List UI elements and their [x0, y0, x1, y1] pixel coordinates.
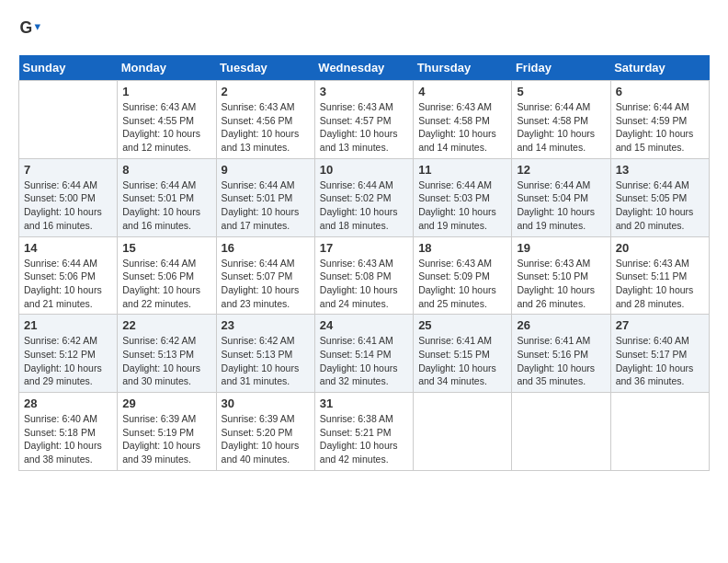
- day-number: 25: [418, 318, 506, 332]
- sunset-text: Sunset: 5:01 PM: [122, 191, 210, 205]
- sunrise-text: Sunrise: 6:44 AM: [222, 257, 310, 270]
- calendar-cell: 9Sunrise: 6:44 AMSunset: 5:01 PMDaylight…: [216, 158, 314, 236]
- day-number: 7: [24, 163, 112, 177]
- calendar-cell: 23Sunrise: 6:42 AMSunset: 5:13 PMDayligh…: [216, 315, 314, 393]
- day-info: Sunrise: 6:44 AMSunset: 5:06 PMDaylight:…: [122, 257, 210, 311]
- sunset-text: Sunset: 4:55 PM: [122, 114, 210, 128]
- calendar-cell: 18Sunrise: 6:43 AMSunset: 5:09 PMDayligh…: [414, 236, 512, 315]
- daylight-text: Daylight: 10 hours and 23 minutes.: [222, 283, 310, 310]
- day-number: 19: [517, 241, 605, 255]
- calendar-cell: 21Sunrise: 6:42 AMSunset: 5:12 PMDayligh…: [19, 315, 118, 393]
- day-number: 22: [122, 318, 210, 332]
- weekday-header-thursday: Thursday: [414, 55, 512, 81]
- day-number: 5: [517, 85, 605, 98]
- daylight-text: Daylight: 10 hours and 36 minutes.: [616, 362, 704, 388]
- daylight-text: Daylight: 10 hours and 13 minutes.: [320, 127, 408, 154]
- daylight-text: Daylight: 10 hours and 15 minutes.: [616, 127, 704, 154]
- daylight-text: Daylight: 10 hours and 19 minutes.: [517, 205, 605, 232]
- sunrise-text: Sunrise: 6:40 AM: [24, 412, 112, 426]
- calendar-table: SundayMondayTuesdayWednesdayThursdayFrid…: [18, 55, 710, 471]
- day-info: Sunrise: 6:43 AMSunset: 5:10 PMDaylight:…: [517, 257, 605, 311]
- day-info: Sunrise: 6:41 AMSunset: 5:14 PMDaylight:…: [320, 334, 408, 388]
- day-number: 18: [418, 241, 506, 255]
- calendar-cell: 27Sunrise: 6:40 AMSunset: 5:17 PMDayligh…: [610, 315, 709, 393]
- day-number: 28: [24, 396, 112, 410]
- daylight-text: Daylight: 10 hours and 12 minutes.: [122, 127, 210, 154]
- daylight-text: Daylight: 10 hours and 14 minutes.: [418, 127, 506, 154]
- day-info: Sunrise: 6:40 AMSunset: 5:18 PMDaylight:…: [24, 412, 112, 466]
- sunrise-text: Sunrise: 6:40 AM: [616, 334, 704, 348]
- day-info: Sunrise: 6:44 AMSunset: 4:59 PMDaylight:…: [616, 100, 704, 155]
- sunset-text: Sunset: 5:15 PM: [418, 348, 506, 362]
- daylight-text: Daylight: 10 hours and 29 minutes.: [24, 362, 112, 388]
- daylight-text: Daylight: 10 hours and 13 minutes.: [222, 127, 310, 154]
- day-info: Sunrise: 6:43 AMSunset: 4:55 PMDaylight:…: [122, 100, 210, 155]
- weekday-header-wednesday: Wednesday: [314, 55, 413, 81]
- daylight-text: Daylight: 10 hours and 21 minutes.: [24, 283, 112, 310]
- sunrise-text: Sunrise: 6:42 AM: [122, 334, 210, 348]
- calendar-cell: 5Sunrise: 6:44 AMSunset: 4:58 PMDaylight…: [512, 81, 610, 159]
- svg-text:G: G: [20, 18, 33, 37]
- calendar-cell: 30Sunrise: 6:39 AMSunset: 5:20 PMDayligh…: [216, 393, 314, 471]
- sunset-text: Sunset: 5:01 PM: [222, 191, 310, 205]
- daylight-text: Daylight: 10 hours and 19 minutes.: [418, 205, 506, 232]
- sunrise-text: Sunrise: 6:44 AM: [222, 178, 310, 192]
- day-number: 17: [320, 241, 408, 255]
- calendar-cell: 3Sunrise: 6:43 AMSunset: 4:57 PMDaylight…: [314, 81, 413, 159]
- daylight-text: Daylight: 10 hours and 26 minutes.: [517, 283, 605, 310]
- weekday-header-tuesday: Tuesday: [216, 55, 314, 81]
- sunrise-text: Sunrise: 6:44 AM: [122, 178, 210, 192]
- calendar-cell: 17Sunrise: 6:43 AMSunset: 5:08 PMDayligh…: [314, 236, 413, 315]
- calendar-cell: 4Sunrise: 6:43 AMSunset: 4:58 PMDaylight…: [414, 81, 512, 159]
- sunrise-text: Sunrise: 6:43 AM: [418, 257, 506, 270]
- sunset-text: Sunset: 5:16 PM: [517, 348, 605, 362]
- daylight-text: Daylight: 10 hours and 28 minutes.: [616, 283, 704, 310]
- day-number: 12: [517, 163, 605, 177]
- calendar-cell: 25Sunrise: 6:41 AMSunset: 5:15 PMDayligh…: [414, 315, 512, 393]
- page-header: G: [18, 18, 710, 40]
- day-info: Sunrise: 6:44 AMSunset: 5:05 PMDaylight:…: [616, 178, 704, 233]
- daylight-text: Daylight: 10 hours and 31 minutes.: [222, 362, 310, 388]
- sunset-text: Sunset: 5:07 PM: [222, 270, 310, 283]
- sunset-text: Sunset: 5:13 PM: [122, 348, 210, 362]
- sunset-text: Sunset: 4:56 PM: [222, 114, 310, 128]
- sunrise-text: Sunrise: 6:43 AM: [222, 100, 310, 114]
- day-info: Sunrise: 6:44 AMSunset: 5:03 PMDaylight:…: [418, 178, 506, 233]
- logo-icon: G: [18, 18, 40, 40]
- sunrise-text: Sunrise: 6:44 AM: [24, 178, 112, 192]
- day-number: 16: [222, 241, 310, 255]
- day-number: 29: [122, 396, 210, 410]
- sunrise-text: Sunrise: 6:38 AM: [320, 412, 408, 426]
- calendar-cell: 7Sunrise: 6:44 AMSunset: 5:00 PMDaylight…: [19, 158, 118, 236]
- sunset-text: Sunset: 5:06 PM: [122, 270, 210, 283]
- calendar-cell: 22Sunrise: 6:42 AMSunset: 5:13 PMDayligh…: [118, 315, 216, 393]
- sunrise-text: Sunrise: 6:44 AM: [616, 178, 704, 192]
- sunset-text: Sunset: 5:19 PM: [122, 426, 210, 440]
- weekday-header-friday: Friday: [512, 55, 610, 81]
- day-number: 24: [320, 318, 408, 332]
- day-info: Sunrise: 6:44 AMSunset: 5:01 PMDaylight:…: [222, 178, 310, 233]
- day-number: 31: [320, 396, 408, 410]
- sunrise-text: Sunrise: 6:42 AM: [222, 334, 310, 348]
- logo: G: [18, 18, 44, 40]
- sunrise-text: Sunrise: 6:44 AM: [418, 178, 506, 192]
- day-number: 4: [418, 85, 506, 98]
- daylight-text: Daylight: 10 hours and 16 minutes.: [122, 205, 210, 232]
- calendar-cell: 10Sunrise: 6:44 AMSunset: 5:02 PMDayligh…: [314, 158, 413, 236]
- sunset-text: Sunset: 5:10 PM: [517, 270, 605, 283]
- daylight-text: Daylight: 10 hours and 18 minutes.: [320, 205, 408, 232]
- day-number: 14: [24, 241, 112, 255]
- sunset-text: Sunset: 5:06 PM: [24, 270, 112, 283]
- svg-marker-1: [35, 24, 40, 29]
- sunset-text: Sunset: 5:13 PM: [222, 348, 310, 362]
- sunrise-text: Sunrise: 6:43 AM: [517, 257, 605, 270]
- day-info: Sunrise: 6:39 AMSunset: 5:20 PMDaylight:…: [222, 412, 310, 466]
- sunset-text: Sunset: 5:05 PM: [616, 191, 704, 205]
- daylight-text: Daylight: 10 hours and 14 minutes.: [517, 127, 605, 154]
- daylight-text: Daylight: 10 hours and 25 minutes.: [418, 283, 506, 310]
- sunrise-text: Sunrise: 6:43 AM: [418, 100, 506, 114]
- calendar-cell: 29Sunrise: 6:39 AMSunset: 5:19 PMDayligh…: [118, 393, 216, 471]
- day-number: 26: [517, 318, 605, 332]
- day-info: Sunrise: 6:40 AMSunset: 5:17 PMDaylight:…: [616, 334, 704, 388]
- day-number: 2: [222, 85, 310, 98]
